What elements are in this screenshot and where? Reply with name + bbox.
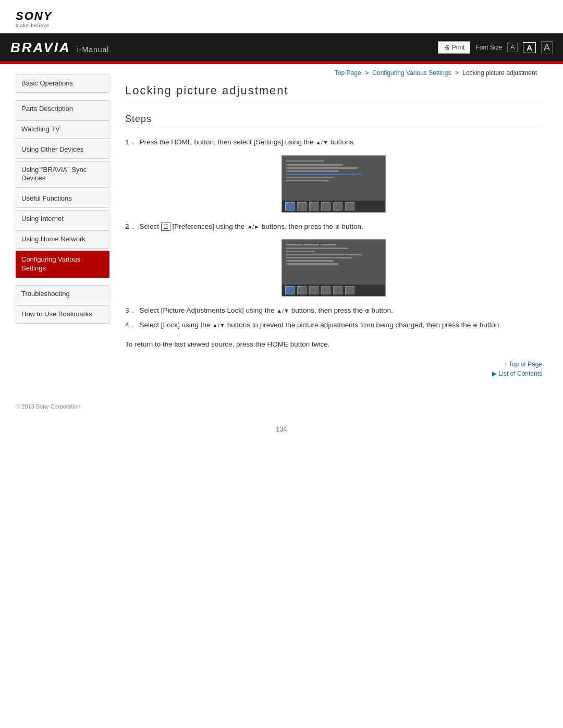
screen-1-icon-2: [297, 202, 307, 211]
sidebar-item-troubleshooting[interactable]: Troubleshooting: [16, 285, 109, 303]
bravia-imanual: i-Manual: [77, 45, 109, 54]
breadcrumb-sep2: >: [455, 69, 459, 77]
font-size-medium-button[interactable]: A: [523, 42, 536, 53]
screen-2-icon-1: [285, 286, 295, 294]
sidebar-item-parts-description[interactable]: Parts Description: [16, 100, 109, 118]
note-text: To return to the last viewed source, pre…: [125, 339, 542, 350]
main-layout: Basic Operations Parts Description Watch…: [0, 64, 563, 393]
screen-1-icon-1: [285, 202, 295, 211]
logo-bar: SONY make.believe: [0, 0, 563, 33]
sony-tagline: make.believe: [16, 23, 547, 28]
circle-plus-icon-4: ⊕: [473, 322, 478, 328]
step-3-num: 3．: [125, 305, 137, 316]
screen-1-bottom-bar: [282, 201, 385, 212]
font-size-large-button[interactable]: A: [541, 41, 553, 54]
sidebar-item-using-other-devices[interactable]: Using Other Devices: [16, 141, 109, 159]
sidebar: Basic Operations Parts Description Watch…: [0, 69, 109, 393]
sidebar-item-using-home-network[interactable]: Using Home Network: [16, 230, 109, 249]
steps-heading: Steps: [125, 114, 542, 128]
screen-2-icon-3: [309, 286, 319, 294]
circle-plus-icon: ⊕: [335, 223, 340, 229]
preferences-icon: ☰: [161, 223, 170, 231]
screen-2-icon-4: [321, 286, 331, 294]
step-2: 2． Select ☰ [Preferences] using the ◄/► …: [125, 221, 542, 232]
sidebar-item-using-internet[interactable]: Using Internet: [16, 210, 109, 228]
screen-2-icon-5: [333, 286, 342, 294]
sidebar-item-watching-tv[interactable]: Watching TV: [16, 120, 109, 139]
bravia-header: BRAVIA i-Manual 🖨 Print Font Size A A A: [0, 33, 563, 61]
screen-1-icon-5: [333, 202, 342, 211]
bravia-logo: BRAVIA: [10, 40, 71, 56]
step-2-text: Select ☰ [Preferences] using the ◄/► but…: [140, 221, 542, 232]
sidebar-item-using-bravia-sync[interactable]: Using "BRAVIA" Sync Devices: [16, 161, 109, 188]
step-1-num: 1．: [125, 137, 137, 148]
step-2-num: 2．: [125, 221, 137, 232]
circle-plus-icon-3: ⊕: [365, 307, 370, 314]
step-4-num: 4．: [125, 319, 137, 331]
page-title: Locking picture adjustment: [125, 84, 542, 103]
bravia-header-left: BRAVIA i-Manual: [10, 40, 109, 56]
font-size-label: Font Size: [475, 44, 502, 51]
screen-2-icon-2: [297, 286, 307, 294]
sidebar-item-useful-functions[interactable]: Useful Functions: [16, 190, 109, 208]
list-of-contents-link[interactable]: ▶ List of Contents: [492, 370, 542, 377]
bottom-links: ↑ Top of Page ▶ List of Contents: [125, 361, 542, 377]
sidebar-item-basic-operations[interactable]: Basic Operations: [16, 75, 109, 93]
step-3-text: Select [Picture Adjustments Lock] using …: [140, 305, 542, 316]
print-label: Print: [452, 44, 465, 51]
step-4-text: Select [Lock] using the ▲/▼ buttons to p…: [140, 319, 542, 331]
step-1: 1． Press the HOME button, then select [S…: [125, 137, 542, 148]
sidebar-item-configuring-various-settings[interactable]: Configuring Various Settings: [16, 251, 109, 278]
screen-1-icon-4: [321, 202, 331, 211]
arrow-updown-icon-4: ▲/▼: [212, 322, 225, 328]
arrow-leftright-icon: ◄/►: [247, 223, 260, 229]
print-icon: 🖨: [444, 44, 450, 51]
print-button[interactable]: 🖨 Print: [438, 41, 471, 54]
footer: © 2013 Sony Corporation: [0, 393, 563, 420]
breadcrumb-current: Locking picture adjustment: [462, 69, 537, 77]
arrow-updown-icon-3: ▲/▼: [276, 307, 289, 314]
breadcrumb-sep1: >: [365, 69, 369, 77]
step-3: 3． Select [Picture Adjustments Lock] usi…: [125, 305, 542, 316]
breadcrumb: Top Page > Configuring Various Settings …: [125, 69, 542, 77]
bravia-header-right: 🖨 Print Font Size A A A: [438, 41, 553, 54]
step-4: 4． Select [Lock] using the ▲/▼ buttons t…: [125, 319, 542, 331]
screen-1-icon-3: [309, 202, 319, 211]
content-area: Top Page > Configuring Various Settings …: [109, 69, 563, 393]
screen-2-bottom-bar: [282, 285, 385, 296]
screen-image-1: [282, 155, 386, 213]
step-1-text: Press the HOME button, then select [Sett…: [140, 137, 542, 148]
screen-1-icon-6: [345, 202, 354, 211]
breadcrumb-configuring[interactable]: Configuring Various Settings: [372, 69, 451, 77]
sony-logo: SONY: [16, 9, 547, 23]
screen-image-2: [282, 239, 386, 297]
page-number: 134: [0, 420, 563, 443]
breadcrumb-top-page[interactable]: Top Page: [335, 69, 361, 77]
font-size-small-button[interactable]: A: [507, 43, 518, 52]
copyright: © 2013 Sony Corporation: [16, 403, 80, 410]
screen-2-icon-6: [345, 286, 354, 294]
arrow-updown-icon-1: ▲/▼: [315, 139, 328, 145]
top-of-page-link[interactable]: ↑ Top of Page: [504, 361, 542, 368]
sidebar-item-how-to-use-bookmarks[interactable]: How to Use Bookmarks: [16, 305, 109, 324]
